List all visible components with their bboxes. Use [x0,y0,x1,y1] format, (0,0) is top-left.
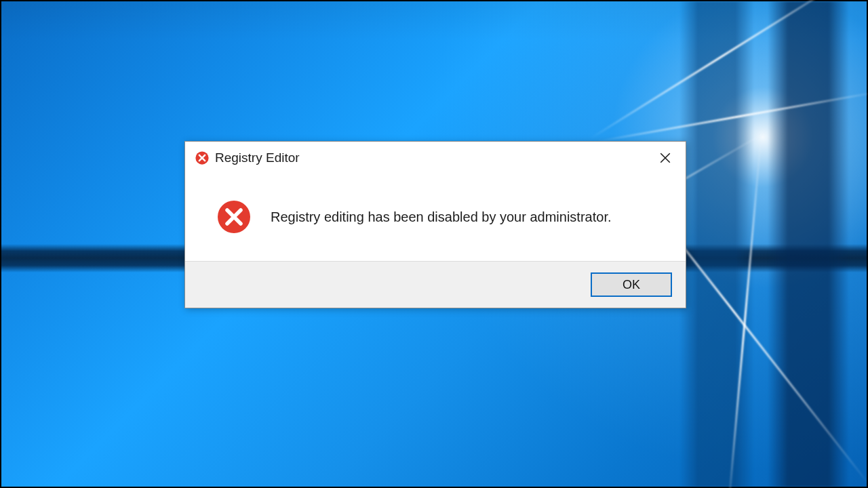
close-icon [659,152,671,164]
dialog-title: Registry Editor [215,150,649,165]
ok-button[interactable]: OK [591,272,672,297]
close-button[interactable] [649,142,682,174]
dialog-footer: OK [185,261,686,308]
dialog-titlebar[interactable]: Registry Editor [185,142,686,174]
error-dialog: Registry Editor Registry editing has bee… [184,141,686,308]
error-icon [216,199,252,235]
desktop-background: Registry Editor Registry editing has bee… [0,0,868,488]
error-icon [195,150,210,165]
wallpaper-vertical-pane [768,1,849,487]
dialog-body: Registry editing has been disabled by yo… [185,174,686,261]
dialog-message: Registry editing has been disabled by yo… [271,209,612,225]
